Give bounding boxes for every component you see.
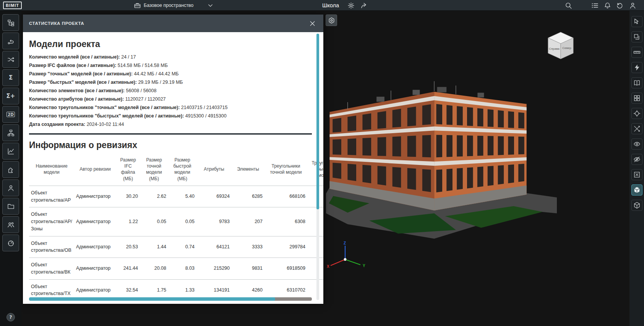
profile-button[interactable] [2,179,19,196]
transparency-cube-icon [633,202,641,209]
vertical-scrollbar-thumb[interactable] [316,34,319,209]
select-cursor-button[interactable] [631,16,642,27]
close-button[interactable] [307,18,317,28]
list-view-icon [591,2,599,9]
structure-icon [7,129,15,137]
cell: 207 [232,207,264,236]
visibility-button[interactable] [631,139,642,150]
stat-line: Количество атрибутов (все / активные): 1… [29,96,312,102]
dashboard-icon [7,240,15,247]
stat-line: Количество элементов (все / активные): 5… [29,88,312,93]
horizontal-scrollbar[interactable] [29,297,312,301]
help-button[interactable]: ? [6,313,15,321]
navigation-cube[interactable]: Справа Север [545,30,577,62]
panel-body: Модели проекта Количество моделей (все /… [23,32,323,304]
left-toolbar: ΣΣ+2D [0,11,21,326]
cell: 9831 [232,258,264,280]
app-logo-text: BIMIT [6,3,19,8]
horizontal-scrollbar-thumb[interactable] [29,297,275,301]
section-axes-icon [633,125,641,132]
quick-action-button[interactable] [631,62,642,73]
notifications-button[interactable] [602,1,612,10]
layout-grid-button[interactable] [631,93,642,104]
routes-button[interactable] [2,33,19,49]
navcube-face-label[interactable]: Справа [549,47,560,51]
model-tree-icon [7,19,15,26]
plugins-icon [7,166,15,173]
cell: 9783 [196,207,232,236]
vertical-scrollbar[interactable] [316,34,319,300]
app-logo: BIMIT [3,2,22,9]
panel-header: СТАТИСТИКА ПРОЕКТА [23,15,323,32]
charts-button[interactable] [2,143,19,160]
selection-cube-button[interactable] [631,184,642,196]
search-button[interactable] [563,1,573,10]
column-header: Размер IFC файла (МБ) [116,155,140,186]
section-divider [29,133,312,135]
column-header: Наименование модели [29,155,74,186]
share-button[interactable] [359,1,369,10]
structure-button[interactable] [2,124,19,141]
viewport-select-mode-button[interactable] [326,15,337,26]
stat-line: Размер "быстрых" моделей (все / активные… [29,80,312,85]
cell: 668106 [264,186,307,207]
section-axes-button[interactable] [631,123,642,134]
model-tree-button[interactable] [2,14,19,31]
user-icon [629,2,636,9]
dashboard-button[interactable] [2,235,19,251]
user-groups-button[interactable] [2,216,19,233]
dual-view-button[interactable] [631,31,642,42]
workspace-button[interactable] [132,1,142,10]
visibility-off-button[interactable] [631,154,642,165]
cell: 1.22 [116,207,140,236]
plugins-button[interactable] [2,161,19,178]
list-view-button[interactable] [590,1,600,10]
close-icon [309,20,316,27]
column-header: Атрибуты [196,155,232,186]
cell: Администратор [74,207,116,236]
revisions-body: Объект строительства/АРАдминистратор30.2… [29,186,323,301]
cell: 0.05 [140,207,168,236]
account-button[interactable] [628,1,638,10]
projects-button[interactable] [2,198,19,215]
collisions-icon [7,56,15,63]
calculations-add-button[interactable]: Σ+ [2,88,19,104]
mode-2d-button[interactable]: 2D [2,106,19,123]
cell: Объект строительства/АР [29,186,74,207]
gear-icon [347,2,355,9]
cell: 8.03 [168,258,196,280]
visibility-icon [633,140,641,148]
stat-line: Количество треугольников "быстрых" модел… [29,113,312,119]
navcube-face-label[interactable]: Север [562,46,571,50]
revisions-header-row: Наименование моделиАвтор ревизииРазмер I… [29,155,323,186]
cell [307,207,323,236]
cell: 0.05 [168,207,196,236]
cell: 20.53 [116,236,140,258]
axis-z-label: Z [344,241,346,245]
axis-x-label: X [327,264,329,269]
cell: 0.74 [168,236,196,258]
collisions-button[interactable] [2,51,19,68]
workspace-dropdown[interactable]: Базовое пространство [144,2,214,9]
visibility-off-icon [633,156,641,163]
exclude-box-button[interactable] [631,169,642,180]
briefcase-icon [134,2,141,9]
quick-action-icon [633,64,641,71]
column-header: Автор ревизии [74,155,116,186]
calculations-button[interactable]: Σ [2,69,19,86]
cell: 241.44 [116,258,140,280]
measure-button[interactable] [631,47,642,58]
column-header: Треугольники точной модели [264,155,307,186]
transparency-cube-button[interactable] [631,200,642,211]
history-button[interactable] [615,1,625,10]
calculations-icon: Σ [9,75,13,81]
project-settings-button[interactable] [346,1,356,10]
cell: Объект строительства/ОВ [29,236,74,258]
hex-select-icon [328,17,335,24]
split-view-button[interactable] [631,77,642,88]
select-cursor-icon [633,18,641,25]
locate-button[interactable] [631,108,642,119]
exclude-box-icon [633,171,641,178]
cell: 6285 [232,186,264,207]
chevron-down-icon [207,2,214,9]
